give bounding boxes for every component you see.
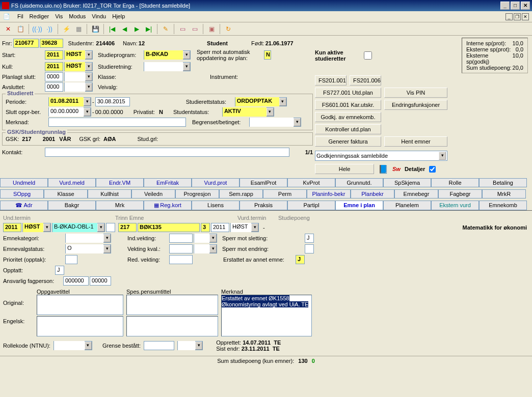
tab-planinfobekr[interactable]: Planinfo-bekr: [307, 189, 351, 198]
redvekting-field[interactable]: [169, 255, 193, 264]
tab-regkort[interactable]: ▦Reg.kort: [144, 201, 192, 210]
tab-perm[interactable]: Perm: [263, 189, 307, 198]
planlagt-slutt-sem-dropdown[interactable]: ▾: [64, 72, 93, 81]
tab-planbekr[interactable]: Planbekr: [351, 189, 394, 198]
tab-progresjon[interactable]: Progresjon: [175, 189, 219, 198]
tool-first[interactable]: |◀: [107, 24, 117, 34]
tab-betaling[interactable]: Betaling: [479, 178, 527, 187]
tab-soppg[interactable]: SOppg: [0, 189, 44, 198]
detaljer-checkbox[interactable]: [429, 166, 436, 173]
erstattet-field[interactable]: J: [296, 255, 305, 264]
vis-pin-button[interactable]: Vis PIN: [384, 88, 447, 98]
tab-ekstern-vurd[interactable]: Ekstern vurd: [431, 201, 479, 210]
tab-emne-i-plan[interactable]: Emne i plan: [335, 201, 383, 210]
tool-window[interactable]: ▣: [206, 24, 217, 34]
tab-spskjema[interactable]: SpSkjema: [383, 178, 431, 187]
fs201-006-button[interactable]: FS201.006: [350, 75, 381, 86]
endringsfunksjoner-button[interactable]: Endringsfunksjoner: [384, 100, 447, 110]
studierettstatus-dropdown[interactable]: ORDOPPTAK▾: [235, 97, 287, 106]
tool-flash[interactable]: ⚡: [61, 24, 71, 34]
kull-yr-field[interactable]: 2011: [45, 62, 63, 71]
tool-close[interactable]: ✕: [3, 24, 13, 34]
merknad-field[interactable]: [48, 118, 186, 127]
tab-bakgr[interactable]: Bakgr: [48, 201, 96, 210]
menu-vindu[interactable]: Vindu: [92, 13, 106, 20]
tab-lisens[interactable]: Lisens: [192, 201, 240, 210]
tab-vurdmeld[interactable]: Vurd.meld: [48, 178, 96, 187]
grense-field[interactable]: [144, 341, 174, 350]
tab-rolle[interactable]: Rolle: [431, 178, 479, 187]
tool-grid[interactable]: ▦: [73, 24, 84, 34]
studieprogram-dropdown[interactable]: B-ØKAD▾: [144, 50, 191, 60]
tab-undmeld[interactable]: Undmeld: [0, 178, 48, 187]
maximize-button[interactable]: □: [511, 2, 520, 10]
start-sem-dropdown[interactable]: HØST▾: [64, 50, 93, 60]
start-yr-field[interactable]: 2011: [45, 50, 63, 60]
tab-klasse[interactable]: Klasse: [44, 189, 88, 198]
tool-prev[interactable]: ◀: [119, 24, 129, 34]
rollekode-dropdown[interactable]: ▾: [54, 341, 92, 350]
kontakt-field[interactable]: [45, 148, 289, 157]
begrenset-dropdown[interactable]: ▾: [249, 118, 301, 127]
tab-emfritak[interactable]: EmFritak: [144, 178, 192, 187]
tool-rx[interactable]: ((·)): [32, 24, 42, 34]
oppg-original-field[interactable]: [37, 295, 123, 315]
generer-faktura-button[interactable]: Generer faktura: [315, 136, 381, 147]
tab-grunnutd[interactable]: Grunnutd.: [335, 178, 383, 187]
menu-rediger[interactable]: Rediger: [30, 13, 49, 20]
fs727-button[interactable]: FS727.001 Utd.plan: [315, 88, 381, 98]
emnevalg-dropdown[interactable]: O▾: [65, 244, 111, 253]
avsluttet-sem-dropdown[interactable]: ▾: [64, 82, 93, 92]
kun-aktive-checkbox[interactable]: [364, 51, 372, 60]
ansvarlig2-field[interactable]: 00000: [90, 276, 111, 286]
kontroller-button[interactable]: Kontroller utd.plan: [315, 124, 381, 134]
merknad-textbox[interactable]: Erstattet av emnet ØK1558 Økonomistyring…: [221, 295, 312, 336]
tab-partipl[interactable]: Partipl: [287, 201, 335, 210]
tab-mrk[interactable]: Mrk: [96, 201, 144, 210]
tab-adr[interactable]: ☎Adr: [0, 201, 48, 210]
sperr-slett-field[interactable]: J: [305, 234, 314, 243]
tab-esamlprot[interactable]: EsamlProt: [240, 178, 287, 187]
tab-mrkr[interactable]: MrkR: [482, 189, 526, 198]
prioritet-field[interactable]: [65, 255, 77, 264]
hele-button[interactable]: Hele: [315, 164, 374, 174]
plan-sem1-dropdown[interactable]: HØST▾: [22, 223, 51, 232]
hent-emner-button[interactable]: Hent emner: [384, 136, 447, 147]
grense-dropdown[interactable]: ▾: [177, 341, 203, 350]
plan-v3[interactable]: 3: [201, 223, 210, 232]
tool-form1[interactable]: ▭: [177, 24, 188, 34]
tool-copy[interactable]: 📋: [15, 24, 25, 34]
spes-original-field[interactable]: [126, 295, 218, 315]
tab-vurdprot[interactable]: Vurd.prot: [192, 178, 240, 187]
tab-praksis[interactable]: Praksis: [240, 201, 287, 210]
minimize-button[interactable]: _: [500, 2, 510, 10]
tab-kvprot[interactable]: KvProt: [287, 178, 335, 187]
sperr-endr-field[interactable]: [305, 244, 314, 253]
godkj-button[interactable]: Godkj. av emnekomb.: [315, 112, 381, 122]
menu-hjelp[interactable]: Hjelp: [112, 13, 125, 20]
tool-form2[interactable]: ▭: [190, 24, 200, 34]
goto-dropdown[interactable]: Godkjenningssak samlebilde▾: [315, 151, 447, 161]
tool-next[interactable]: ▶: [131, 24, 142, 34]
periode-from-field[interactable]: 01.08.2011▾: [48, 97, 91, 106]
kull-sem-dropdown[interactable]: HØST▾: [64, 62, 93, 71]
slutt-from-field[interactable]: 00.00.0000▾: [48, 107, 91, 117]
close-button[interactable]: ✕: [521, 2, 530, 10]
fnr2-field[interactable]: 39628: [40, 39, 63, 48]
ansvarlig1-field[interactable]: 000000: [63, 276, 89, 286]
plan-yr2[interactable]: 2011: [211, 223, 229, 232]
studieretning-dropdown[interactable]: ▾: [144, 62, 191, 71]
oppg-engelsk-field[interactable]: [37, 316, 123, 336]
doc-restore-button[interactable]: ❐: [514, 13, 521, 20]
emnekategori-dropdown[interactable]: ▾: [65, 234, 111, 243]
tool-save[interactable]: 💾: [90, 24, 100, 34]
plan-program-dropdown[interactable]: B-ØKAD-OBL-1▾: [52, 223, 105, 232]
tool-last[interactable]: ▶|: [144, 24, 154, 34]
tab-semrapp[interactable]: Sem.rapp: [219, 189, 263, 198]
opptatt-field[interactable]: J: [55, 266, 64, 275]
indvekting-dropdown[interactable]: ▾: [194, 234, 217, 243]
doc-close-button[interactable]: ✕: [522, 13, 529, 20]
fs601-button[interactable]: FS601.001 Kar.utskr.: [315, 100, 381, 110]
tab-veiledn[interactable]: Veiledn: [131, 189, 175, 198]
doc-minimize-button[interactable]: _: [506, 13, 513, 20]
